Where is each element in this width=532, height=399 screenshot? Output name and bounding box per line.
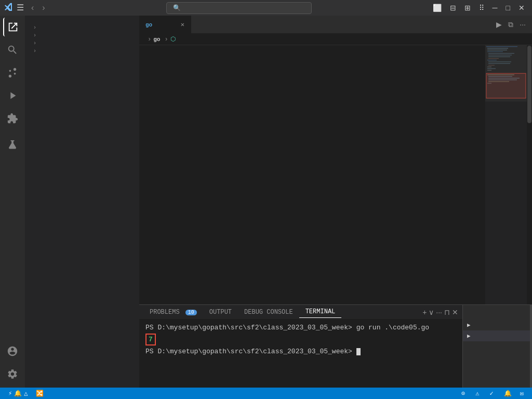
close-button[interactable]: ✕ — [515, 3, 528, 13]
panel-inner: PROBLEMS 10 OUTPUT DEBUG CONSOLE TERMINA… — [139, 305, 532, 388]
status-golive[interactable]: ⊙ — [457, 390, 471, 397]
go-arrow: › — [33, 48, 36, 54]
terminal-result-value: 7 — [145, 334, 156, 345]
status-tabsize[interactable] — [424, 390, 432, 397]
bottom-panel: PROBLEMS 10 OUTPUT DEBUG CONSOLE TERMINA… — [139, 304, 532, 388]
tab-problems[interactable]: PROBLEMS 10 — [143, 307, 203, 318]
add-terminal-button[interactable]: + — [422, 308, 427, 316]
more-actions-button[interactable]: ··· — [517, 19, 528, 30]
panel-main: PROBLEMS 10 OUTPUT DEBUG CONSOLE TERMINA… — [139, 305, 462, 388]
minimap-content — [485, 45, 527, 304]
terminal-icon-1: ▶ — [467, 322, 471, 328]
terminal-content[interactable]: PS D:\mysetup\gopath\src\sf2\class_2023_… — [139, 320, 462, 388]
status-branch[interactable]: 🔀 — [32, 390, 50, 397]
status-lineending[interactable] — [441, 390, 449, 397]
tab-bar: go ✕ ▶ ⧉ ··· — [139, 16, 532, 34]
terminal-label: TERMINAL — [305, 308, 336, 315]
vscode-icon — [4, 3, 12, 14]
hamburger-menu[interactable]: ☰ — [17, 3, 24, 13]
outline-arrow: › — [33, 33, 36, 38]
tab-debug-console[interactable]: DEBUG CONSOLE — [238, 307, 299, 318]
minimap — [485, 45, 527, 304]
remote-icon: ⚡ — [8, 390, 12, 397]
search-icon: 🔍 — [173, 4, 181, 12]
status-remote[interactable]: ⚡ 🔔 △ — [4, 390, 32, 397]
tab-output[interactable]: OUTPUT — [203, 307, 238, 318]
problems-badge: 10 — [185, 310, 197, 315]
status-prettier[interactable]: ✓ — [486, 390, 500, 397]
status-goupdate[interactable]: ⚠ — [471, 390, 485, 397]
status-notification[interactable]: 🔔 — [500, 390, 516, 397]
panel-maximize-button[interactable]: ⊓ — [444, 308, 450, 316]
code-area — [139, 45, 532, 304]
breadcrumb-sep1: › — [148, 36, 151, 43]
tab-code05[interactable]: go ✕ — [139, 16, 191, 33]
editor-area: go ✕ ▶ ⧉ ··· › go › ⬡ — [139, 16, 532, 388]
breadcrumb-go-icon: go — [153, 36, 160, 43]
split-editor-button[interactable]: ⧉ — [506, 19, 515, 30]
forward-button[interactable]: › — [39, 2, 48, 14]
breadcrumb: › go › ⬡ — [139, 34, 532, 45]
test-icon[interactable] — [3, 136, 22, 155]
run-button[interactable]: ▶ — [494, 19, 504, 30]
panel-resize-handle[interactable] — [530, 305, 532, 388]
panel-close-button[interactable]: ✕ — [452, 308, 458, 316]
tab-terminal[interactable]: TERMINAL — [299, 306, 342, 318]
back-button[interactable]: ‹ — [28, 2, 37, 14]
svg-rect-23 — [485, 45, 527, 101]
split-button[interactable]: ⊟ — [447, 3, 459, 13]
settings-icon[interactable] — [3, 365, 22, 383]
account-icon[interactable] — [3, 342, 22, 361]
timeline-arrow: › — [33, 41, 36, 46]
line-numbers — [139, 45, 165, 304]
terminal-cursor — [356, 348, 361, 355]
sidebar-item-sf2[interactable]: › — [25, 24, 139, 32]
maximize-button[interactable]: □ — [503, 3, 513, 13]
sidebar-header — [25, 16, 139, 24]
panel-button[interactable]: ⊞ — [461, 3, 474, 13]
main-container: › › › › go ✕ ▶ ⧉ ··· — [0, 16, 532, 388]
terminal-dropdown-button[interactable]: ∨ — [429, 308, 434, 316]
breadcrumb-symbol-icon: ⬡ — [170, 35, 176, 43]
status-right: ⊙ ⚠ ✓ 🔔 ✉ — [416, 390, 528, 397]
status-language[interactable] — [449, 390, 457, 397]
panel-more-button[interactable]: ··· — [436, 308, 442, 316]
status-position[interactable] — [416, 390, 424, 397]
status-warnings: △ — [24, 390, 28, 397]
go-file-icon: go — [145, 22, 152, 28]
panel-actions: + ∨ ··· ⊓ ✕ — [422, 308, 458, 316]
notification-icon: 🔔 — [504, 390, 512, 397]
search-box[interactable]: 🔍 — [166, 2, 312, 14]
customize-button[interactable]: ⠿ — [476, 3, 487, 13]
vertical-scrollbar[interactable] — [527, 45, 532, 304]
window-controls: ⬜ ⊟ ⊞ ⠿ ─ □ ✕ — [430, 3, 528, 13]
sidebar-item-outline[interactable]: › — [25, 32, 139, 39]
extensions-icon[interactable] — [3, 109, 22, 128]
layout-button[interactable]: ⬜ — [430, 3, 445, 13]
sidebar-item-timeline[interactable]: › — [25, 39, 139, 47]
terminal-item-powershell[interactable]: ▶ — [463, 320, 530, 330]
sidebar-item-go[interactable]: › — [25, 47, 139, 55]
sf2-arrow: › — [33, 25, 36, 31]
terminal-icon-2: ▶ — [467, 332, 471, 339]
search-activity-icon[interactable] — [3, 41, 22, 59]
minimize-button[interactable]: ─ — [489, 3, 501, 13]
golive-icon: ⊙ — [461, 390, 465, 397]
code-content[interactable] — [165, 45, 485, 304]
prettier-icon: ✓ — [490, 390, 494, 397]
problems-label: PROBLEMS — [150, 309, 180, 316]
terminal-item-powershell-cla[interactable]: ▶ — [463, 330, 530, 341]
source-control-icon[interactable] — [3, 63, 22, 82]
status-feedback[interactable]: ✉ — [516, 390, 528, 397]
branch-icon: 🔀 — [36, 390, 44, 397]
explorer-icon[interactable] — [3, 18, 22, 36]
status-errors: 🔔 — [14, 390, 22, 397]
run-debug-icon[interactable] — [3, 86, 22, 105]
feedback-icon: ✉ — [520, 390, 524, 397]
title-bar: ☰ ‹ › 🔍 ⬜ ⊟ ⊞ ⠿ ─ □ ✕ — [0, 0, 532, 16]
status-encoding[interactable] — [432, 390, 441, 397]
search-area: 🔍 — [52, 2, 425, 14]
terminal-line-2: PS D:\mysetup\gopath\src\sf2\class_2023_… — [145, 347, 456, 356]
tab-close-icon[interactable]: ✕ — [181, 21, 184, 29]
code-editor[interactable] — [139, 45, 485, 304]
